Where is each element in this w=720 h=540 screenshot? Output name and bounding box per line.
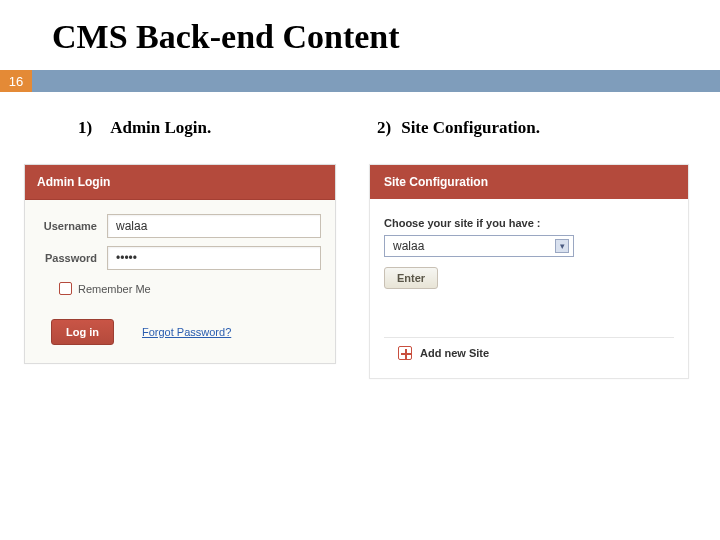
column-admin-login: 1) Admin Login. Admin Login Username Pas… bbox=[24, 118, 351, 379]
col2-heading: Site Configuration. bbox=[401, 118, 540, 138]
page-bar: 16 bbox=[0, 70, 720, 92]
col1-index: 1) bbox=[78, 118, 92, 138]
remember-label: Remember Me bbox=[78, 283, 151, 295]
page-number: 16 bbox=[0, 70, 32, 92]
column-site-config: 2) Site Configuration. Site Configuratio… bbox=[369, 118, 696, 379]
enter-button[interactable]: Enter bbox=[384, 267, 438, 289]
admin-login-panel: Admin Login Username Password Remember M… bbox=[24, 164, 336, 364]
chevron-down-icon: ▾ bbox=[555, 239, 569, 253]
forgot-password-link[interactable]: Forgot Password? bbox=[142, 326, 231, 338]
password-label: Password bbox=[39, 252, 107, 264]
remember-checkbox[interactable] bbox=[59, 282, 72, 295]
add-new-site-link[interactable]: Add new Site bbox=[420, 347, 489, 359]
username-label: Username bbox=[39, 220, 107, 232]
choose-site-label: Choose your site if you have : bbox=[384, 217, 674, 229]
password-input[interactable] bbox=[107, 246, 321, 270]
col1-heading: Admin Login. bbox=[110, 118, 211, 138]
site-config-header: Site Configuration bbox=[370, 165, 688, 199]
site-config-panel: Site Configuration Choose your site if y… bbox=[369, 164, 689, 379]
site-select[interactable]: walaa ▾ bbox=[384, 235, 574, 257]
admin-login-header: Admin Login bbox=[25, 165, 335, 200]
slide-title: CMS Back-end Content bbox=[0, 0, 720, 70]
username-input[interactable] bbox=[107, 214, 321, 238]
site-select-value: walaa bbox=[393, 239, 424, 253]
col2-index: 2) bbox=[377, 118, 391, 138]
plus-icon bbox=[398, 346, 412, 360]
login-button[interactable]: Log in bbox=[51, 319, 114, 345]
